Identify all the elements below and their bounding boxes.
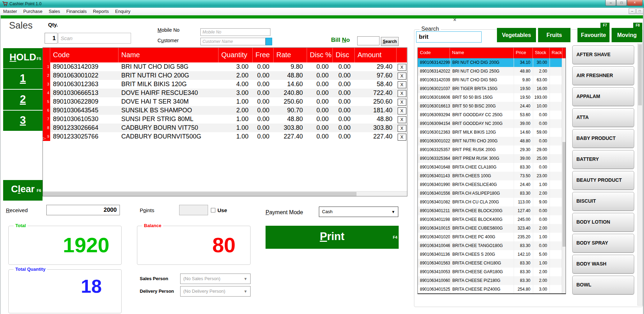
product-row[interactable]: 8901063410046BRITA CHEE TANGO180G83.300.… [418,241,566,250]
menu-item-reports[interactable]: Reports [90,8,112,15]
points-input[interactable] [179,205,208,215]
delete-row-button[interactable]: X [398,134,406,141]
category-button-bowl[interactable]: BOWL [572,276,634,294]
product-row[interactable]: 8901063142039BRI NUT CHO DIG 58G9.8063.0… [418,76,566,84]
cart-cell-quantity: 3.00 [219,89,253,97]
scrollbar-thumb[interactable] [43,192,356,196]
hold-slot-button-1[interactable]: 1 [3,69,43,89]
delete-row-button[interactable]: X [398,64,406,71]
product-row[interactable]: 8901063410053BRITA CHEESE GAR180G83.302.… [418,268,566,276]
category-button-body-lotion[interactable]: BODY LOTION [572,213,634,232]
category-button-beauty-product[interactable]: BEAUTY PRODUCT [572,171,634,190]
menu-item-sales[interactable]: Sales [46,8,63,15]
sales-person-dropdown[interactable]: (No Sales Person)▼ [180,274,251,284]
panel-close-icon[interactable]: × [452,17,458,23]
category-button-air-freshner[interactable]: AIR FRESHNER [572,66,634,85]
product-vertical-scrollbar[interactable] [562,58,566,293]
delete-row-button[interactable]: X [398,107,406,114]
bill-no-input[interactable] [357,36,380,45]
product-row[interactable]: 8901063401648BRITA CHEE CLA180G83.300.00 [418,163,566,172]
quick-button-moving[interactable]: MovingF8 [612,28,642,42]
product-row[interactable]: 8901063401198BRITA CHEE BLOCK400G245.000… [418,215,566,224]
mobile-no-input[interactable] [200,28,270,36]
product-row[interactable]: 8901063401563BRITA CHEESE CHI180G83.301.… [418,259,566,268]
mdi-restore-button[interactable]: □ [636,8,643,14]
product-row[interactable]: 8901063012363BRIT MILK BIKIS 120G14.6059… [418,128,566,137]
clear-button[interactable]: ClearF6 [3,180,43,201]
cart-cell-rate: 240.80 [274,89,307,97]
delete-row-button[interactable]: X [398,90,406,97]
cart-cell-rate: 250.60 [274,97,307,106]
category-button-battery[interactable]: BATTERY [572,150,634,169]
maximize-button[interactable]: □ [616,0,627,6]
scrollbar-thumb[interactable] [638,44,642,105]
quick-button-favourite[interactable]: FavouriteF7 [577,28,610,42]
product-row[interactable]: 8901063401136BRITA CHEES S 200G142.105.0… [418,250,566,259]
hold-button[interactable]: HOLDF5 [3,48,43,68]
product-row[interactable]: 8901063016613BRIT 50 50 BISC 200G24.4010… [418,102,566,111]
qty-input[interactable] [45,33,58,44]
category-button-appalam[interactable]: APPALAM [572,87,634,106]
product-row[interactable]: 8901063401556BRITA CH ASLIPEP180G83.302.… [418,189,566,198]
menu-item-financials[interactable]: Financials [63,8,90,15]
product-row[interactable]: 8901063325364BRIT PREM RUSK 300G39.0025.… [418,154,566,163]
hold-slot-button-3[interactable]: 3 [3,111,43,131]
cart-cell-name: SUNSILK BS SHAMPOO [118,106,219,115]
category-button-biscuit[interactable]: BISCUIT [572,192,634,211]
menu-item-enquiry[interactable]: Enquiry [112,8,133,15]
product-row[interactable]: 8901063401020BRITA CHEE PC 400G235.201.0… [418,233,566,241]
product-row[interactable]: 8901063401211BRITA CHEE BLOCK200G127.400… [418,207,566,215]
category-button-after-shave[interactable]: AFTER SHAVE [572,45,634,64]
qty-label: Qty. [48,22,58,28]
product-row[interactable]: 8901063093294BRIT GOODDAY CC 250G53.600.… [418,111,566,119]
product-row[interactable]: 8901063142299BRI NUT CHO DIG 200G34.1030… [418,58,566,67]
bill-search-button[interactable]: Search [381,37,399,46]
category-button-body-spray[interactable]: BODY SPRAY [572,234,634,253]
received-input[interactable] [46,205,120,215]
delete-row-button[interactable]: X [398,81,406,88]
category-button-atta[interactable]: ATTA [572,108,634,127]
product-row[interactable]: 8901063401143BRITA CHEES 100G73.5023.00 [418,172,566,180]
product-row[interactable]: 8901063410060BRITA CHEESE PIZ180G83.302.… [418,276,566,285]
payment-mode-dropdown[interactable]: Cash▼ [319,207,398,217]
customer-input[interactable] [200,38,266,45]
use-points-checkbox[interactable] [211,208,215,212]
delete-row-button[interactable]: X [398,99,406,106]
hold-slot-button-2[interactable]: 2 [3,90,43,110]
product-row[interactable]: 8901063325357BRIT PRE RUSK 200G29.3029.0… [418,145,566,154]
product-row[interactable]: 8901063401082BRITA CH CU CLA 200G113.009… [418,198,566,207]
product-row[interactable]: 8901063001022BRIT NUTRI CHO 200G48.800.0… [418,137,566,145]
cart-column-header-Disc %: Disc % [307,48,333,62]
product-row[interactable]: 8901063021037BRI TIGER BRITA 150G19.5016… [418,84,566,93]
scrollbar-thumb[interactable] [562,142,566,247]
customer-lookup-button[interactable] [266,38,272,45]
print-button[interactable]: PrintF4 [266,226,399,249]
category-button-body-wash[interactable]: BODY WASH [572,255,634,274]
product-row[interactable]: 8901063016606BRIT 50 50 BIS 150G19.50193… [418,93,566,102]
cart-cell-code: 8901233025766 [50,132,118,141]
cart-cell-amount: 29.40 [355,62,397,71]
product-row[interactable]: 8901063410015BRITA CHEE CUBES600G323.402… [418,224,566,233]
product-row[interactable]: 8901063401990BRITA CHEESLICE40G24.401.00 [418,180,566,189]
quick-button-fruits[interactable]: Fruits [538,28,570,42]
close-button[interactable]: × [627,0,643,6]
delete-row-button[interactable]: X [398,125,406,132]
menu-item-master[interactable]: Master [0,8,20,15]
scan-input[interactable] [58,33,131,44]
delete-row-button[interactable]: X [398,73,406,80]
minimize-button[interactable]: – [605,0,616,6]
product-cell-price: 323.40 [514,224,533,233]
mdi-minimize-button[interactable]: – [629,8,636,14]
product-row[interactable]: 8901063401525BRITA CHEESE PIZ400G254.803… [418,285,566,294]
category-scrollbar[interactable] [637,43,643,306]
product-row[interactable]: 8901063142022BRI NUT CHO DIG 250G48.802.… [418,67,566,76]
quick-button-vegetables[interactable]: Vegetables [497,28,536,42]
product-row[interactable]: 8901063094154BRIT GOODDAY NC 200G39.000.… [418,119,566,128]
delivery-person-dropdown[interactable]: (No Delivery Person)▼ [180,286,251,297]
menu-bar: MasterPurchaseSalesFinancialsReportsEnqu… [0,8,644,15]
product-search-input[interactable] [416,31,482,43]
category-button-baby-product[interactable]: BABY PRODUCT [572,129,634,148]
delete-row-button[interactable]: X [398,116,406,123]
menu-item-purchase[interactable]: Purchase [20,8,46,15]
cart-horizontal-scrollbar[interactable] [43,191,407,196]
